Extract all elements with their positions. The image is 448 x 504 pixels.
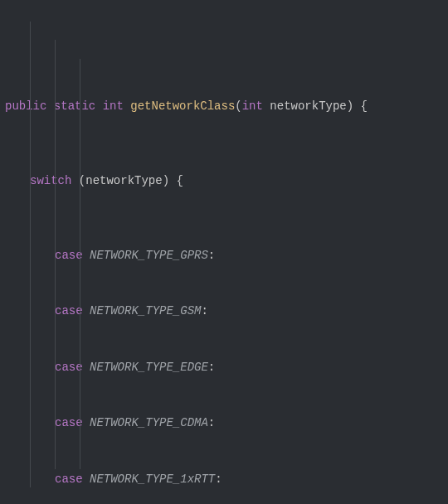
case-line: case NETWORK_TYPE_1xRTT: bbox=[5, 470, 443, 489]
case-line: case NETWORK_TYPE_CDMA: bbox=[5, 414, 443, 433]
case-line: case NETWORK_TYPE_GSM: bbox=[5, 302, 443, 321]
switch-statement: switch (networkType) { bbox=[5, 172, 443, 191]
indent-guides bbox=[5, 3, 33, 97]
code-editor[interactable]: public static int getNetworkClass(int ne… bbox=[0, 0, 448, 504]
case-line: case NETWORK_TYPE_GPRS: bbox=[5, 246, 443, 265]
method-signature: public static int getNetworkClass(int ne… bbox=[5, 97, 443, 116]
case-line: case NETWORK_TYPE_EDGE: bbox=[5, 358, 443, 377]
